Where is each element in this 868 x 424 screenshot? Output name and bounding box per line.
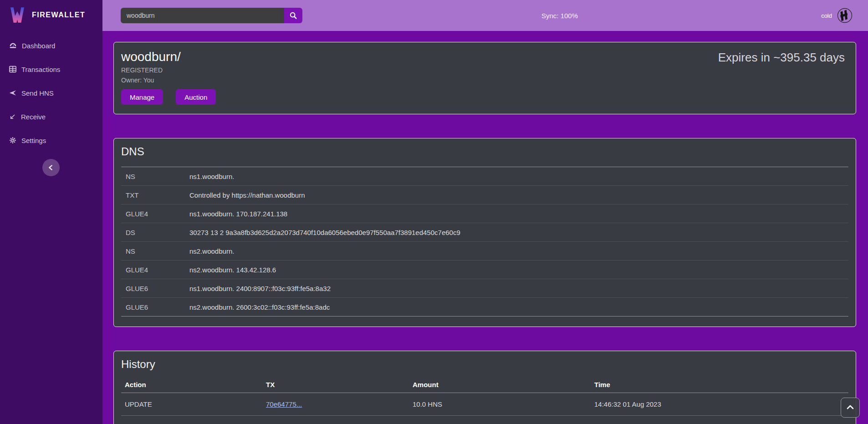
sidebar-item-label: Receive bbox=[21, 113, 46, 121]
scroll-to-top-button[interactable] bbox=[841, 398, 860, 418]
sidebar-item-label: Dashboard bbox=[22, 42, 55, 50]
dns-record-type: GLUE4 bbox=[126, 210, 189, 218]
dns-record-row: DS 30273 13 2 9a3a8fb3d625d2a2073d740f10… bbox=[121, 223, 848, 242]
dns-record-type: DS bbox=[126, 229, 189, 236]
dns-record-type: GLUE6 bbox=[126, 285, 189, 292]
domain-expiry: Expires in ~395.35 days bbox=[718, 51, 845, 65]
sidebar-item-receive[interactable]: Receive bbox=[0, 105, 102, 128]
dns-record-value: ns1.woodburn. 2400:8907::f03c:93ff:fe5a:… bbox=[189, 285, 331, 292]
dns-record-type: NS bbox=[126, 173, 189, 180]
history-title: History bbox=[121, 358, 848, 371]
sidebar-item-label: Send HNS bbox=[21, 89, 54, 97]
history-row: RENEW d73e2af1... 10.0 HNS 15:47:06 07 J… bbox=[121, 416, 848, 424]
sidebar-item-label: Settings bbox=[21, 137, 46, 144]
dns-card: DNS NS ns1.woodburn. TXT Controlled by h… bbox=[113, 138, 856, 327]
history-header-time: Time bbox=[594, 381, 848, 388]
dns-record-row: NS ns2.woodburn. bbox=[121, 242, 848, 261]
chevron-up-icon bbox=[845, 403, 855, 413]
dns-title: DNS bbox=[121, 145, 848, 158]
history-amount: 10.0 HNS bbox=[413, 400, 594, 408]
dns-record-value: ns2.woodburn. bbox=[189, 247, 234, 255]
history-header-row: Action TX Amount Time bbox=[121, 377, 848, 393]
sidebar-collapse-button[interactable] bbox=[42, 159, 60, 176]
dashboard-icon bbox=[9, 42, 17, 50]
dns-record-value: ns2.woodburn. 2600:3c02::f03c:93ff:fe5a:… bbox=[189, 303, 330, 311]
dns-record-type: NS bbox=[126, 247, 189, 255]
dns-record-row: GLUE6 ns1.woodburn. 2400:8907::f03c:93ff… bbox=[121, 279, 848, 298]
tx-link[interactable]: 70e64775... bbox=[266, 400, 302, 408]
firewallet-logo-icon bbox=[8, 5, 26, 25]
domain-status: REGISTERED bbox=[121, 65, 848, 75]
dns-record-value: ns1.woodburn. 170.187.241.138 bbox=[189, 210, 287, 218]
dns-record-value: ns2.woodburn. 143.42.128.6 bbox=[189, 266, 276, 274]
dns-record-row: NS ns1.woodburn. bbox=[121, 167, 848, 186]
sidebar-item-settings[interactable]: Settings bbox=[0, 128, 102, 152]
domain-actions: Manage Auction bbox=[121, 89, 848, 105]
history-header-amount: Amount bbox=[413, 381, 594, 388]
history-header-tx: TX bbox=[266, 381, 413, 388]
dns-record-type: TXT bbox=[126, 191, 189, 199]
dns-record-value: ns1.woodburn. bbox=[189, 173, 234, 180]
sidebar-item-send-hns[interactable]: Send HNS bbox=[0, 81, 102, 105]
chevron-left-icon bbox=[46, 163, 56, 172]
search-bar bbox=[121, 8, 302, 23]
history-header-action: Action bbox=[125, 381, 266, 388]
dns-record-value: 30273 13 2 9a3a8fb3d625d2a2073d740f10da6… bbox=[189, 229, 460, 236]
main-content: woodburn/ REGISTERED Owner: You Manage A… bbox=[102, 31, 868, 424]
dns-record-row: GLUE6 ns2.woodburn. 2600:3c02::f03c:93ff… bbox=[121, 298, 848, 317]
dns-record-type: GLUE6 bbox=[126, 303, 189, 311]
send-icon bbox=[9, 89, 16, 97]
history-row: UPDATE 70e64775... 10.0 HNS 14:46:32 01 … bbox=[121, 393, 848, 416]
dns-record-row: GLUE4 ns1.woodburn. 170.187.241.138 bbox=[121, 204, 848, 223]
wallet-name: cold bbox=[821, 12, 832, 19]
dns-record-row: TXT Controlled by https://nathan.woodbur… bbox=[121, 186, 848, 204]
sync-status: Sync: 100% bbox=[541, 0, 578, 31]
history-card: History Action TX Amount Time UPDATE 70e… bbox=[113, 351, 856, 424]
app-logo: FIREWALLET bbox=[0, 0, 102, 29]
history-action: UPDATE bbox=[125, 400, 266, 408]
domain-owner: Owner: You bbox=[121, 75, 848, 85]
search-button[interactable] bbox=[284, 8, 302, 23]
transactions-table-icon bbox=[9, 66, 16, 73]
manage-button[interactable]: Manage bbox=[121, 89, 163, 105]
topbar: Sync: 100% cold bbox=[102, 0, 868, 31]
gear-icon bbox=[9, 137, 16, 144]
handshake-hns-icon bbox=[837, 7, 853, 24]
search-input[interactable] bbox=[121, 8, 284, 23]
auction-button[interactable]: Auction bbox=[176, 89, 216, 105]
domain-card: woodburn/ REGISTERED Owner: You Manage A… bbox=[113, 42, 856, 114]
sidebar-item-label: Transactions bbox=[21, 66, 60, 73]
receive-arrow-icon bbox=[9, 113, 16, 120]
dns-record-row: GLUE4 ns2.woodburn. 143.42.128.6 bbox=[121, 261, 848, 279]
dns-record-type: GLUE4 bbox=[126, 266, 189, 274]
search-icon bbox=[289, 11, 297, 20]
wallet-selector[interactable]: cold bbox=[821, 0, 853, 31]
sidebar-item-transactions[interactable]: Transactions bbox=[0, 57, 102, 81]
sidebar-nav: Dashboard Transactions Send HNS Receive bbox=[0, 34, 102, 152]
dns-table: NS ns1.woodburn. TXT Controlled by https… bbox=[121, 167, 848, 317]
dns-record-value: Controlled by https://nathan.woodburn bbox=[189, 191, 305, 199]
sidebar-item-dashboard[interactable]: Dashboard bbox=[0, 34, 102, 57]
app-name: FIREWALLET bbox=[32, 11, 85, 19]
history-time: 14:46:32 01 Aug 2023 bbox=[594, 400, 848, 408]
sidebar: FIREWALLET Dashboard Transactions Se bbox=[0, 0, 102, 424]
